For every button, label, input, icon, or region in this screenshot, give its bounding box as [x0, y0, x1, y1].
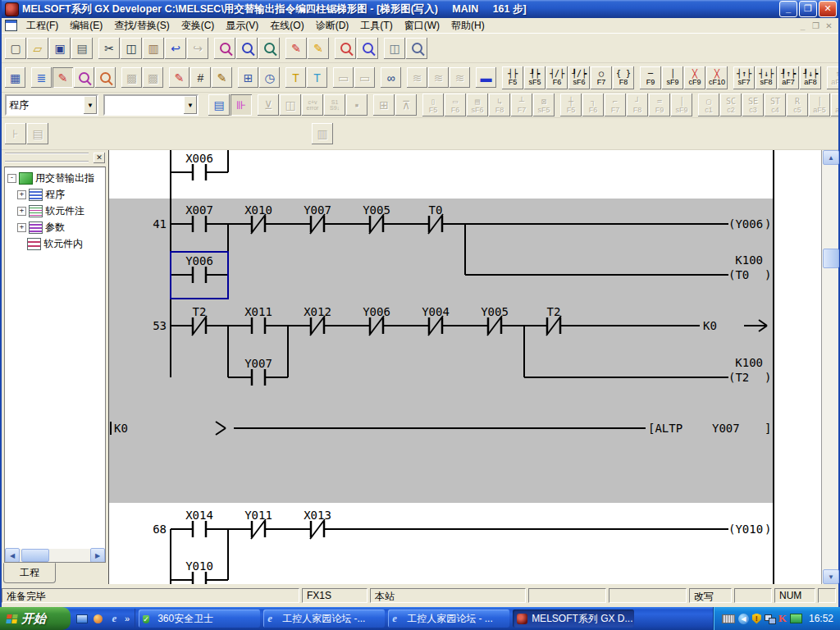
task-melsoft-button[interactable]: MELSOFT系列 GX D... [513, 609, 634, 628]
media-player-icon[interactable] [92, 613, 104, 625]
chevron-down-icon[interactable]: ▼ [84, 96, 97, 114]
clock-setting-button[interactable]: ◷ [259, 67, 280, 88]
menu-编辑[interactable]: 编辑(E) [64, 18, 108, 34]
replace-string-button[interactable]: ✎ [308, 38, 329, 59]
tree-hscrollbar[interactable]: ◀ ▶ [5, 549, 105, 562]
find-string-button[interactable] [258, 38, 280, 59]
copy-button[interactable]: ◫ [121, 38, 142, 59]
child-minimize-icon[interactable]: _ [797, 21, 809, 30]
scroll-thumb[interactable] [823, 249, 839, 268]
scroll-down-icon[interactable]: ▼ [823, 569, 839, 584]
monitor-mode-button[interactable] [74, 67, 94, 88]
ladder-edit-area[interactable]: X00641X007X010Y007Y005T0(Y006)(T0)K100Y0… [108, 150, 822, 584]
paste-button[interactable]: ▥ [143, 38, 164, 59]
comment-display-button[interactable]: ▤ [208, 94, 230, 116]
find-instruction-button[interactable] [236, 38, 258, 59]
ladder-symbol-sF5-button[interactable]: ┦┝sF5 [524, 66, 546, 89]
note-edit-button[interactable]: ✎ [212, 67, 232, 88]
ladder-symbol-cF9-button[interactable]: ╳cF9 [684, 66, 705, 89]
menu-在线[interactable]: 在线(O) [264, 18, 309, 34]
data-type-combo[interactable]: 程序 ▼ [5, 94, 98, 116]
cut-button[interactable]: ✂ [98, 38, 120, 59]
ladder-symbol-sF9-button[interactable]: │sF9 [662, 66, 683, 89]
quick-launch-overflow-icon[interactable]: » [125, 614, 130, 623]
device-memory-button[interactable]: ⊞ [238, 67, 258, 88]
mdi-child-icon[interactable] [5, 20, 17, 31]
restore-button[interactable]: ❐ [799, 1, 817, 17]
list-used-devices-button[interactable] [357, 38, 378, 59]
ladder-symbol-F7-button[interactable]: ○F7 [591, 66, 612, 89]
keyboard-icon[interactable] [722, 614, 735, 623]
ladder-symbol-sF6-button[interactable]: ┦/┝sF6 [568, 66, 590, 89]
expand-icon[interactable]: + [17, 190, 26, 199]
ladder-symbol-F9-button[interactable]: ─F9 [640, 66, 661, 89]
print-button[interactable]: ▤ [71, 38, 93, 59]
minimize-button[interactable]: _ [779, 1, 797, 17]
child-restore-icon[interactable]: ❐ [810, 21, 822, 30]
security-alert-icon[interactable]: ! [752, 614, 761, 624]
remote-run-button[interactable]: T [285, 67, 306, 88]
task-360-safe-button[interactable]: ✓360安全卫士 [139, 609, 260, 628]
read-mode-button[interactable]: ≣ [31, 67, 52, 88]
ladder-symbol-sF8-button[interactable]: ┤↓├sF8 [756, 66, 777, 89]
save-project-button[interactable]: ▣ [49, 38, 71, 59]
tab-project[interactable]: 工程 [3, 563, 56, 583]
write-mode-button[interactable]: ✎ [52, 67, 73, 88]
taskbar-clock[interactable]: 16:52 [809, 613, 833, 624]
messenger-icon[interactable] [790, 614, 802, 623]
menu-变换[interactable]: 变换(C) [176, 18, 221, 34]
ladder-symbol-F6-button[interactable]: ┤/├F6 [546, 66, 568, 89]
comment-edit-button[interactable]: ✎ [169, 67, 189, 88]
chevron-down-icon[interactable]: ▼ [184, 96, 197, 114]
menu-诊断[interactable]: 诊断(D) [310, 18, 355, 34]
panel-grip[interactable] [5, 153, 89, 162]
tree-item-device-comment-icon[interactable]: +软元件注 [5, 203, 105, 219]
monitor-glasses-button[interactable]: ∞ [381, 67, 401, 88]
expand-icon[interactable]: + [17, 207, 26, 216]
ladder-symbol-aF7-button[interactable]: ┦↑┝aF7 [778, 66, 799, 89]
start-button[interactable]: 开始 [0, 607, 71, 630]
ladder-symbol-aF8-button[interactable]: ┦↓┝aF8 [800, 66, 821, 89]
tree-item-parameter-icon[interactable]: +参数 [5, 219, 105, 235]
tree-item-program-icon[interactable]: +程序 [5, 186, 105, 203]
remote-stop-button[interactable]: T [307, 67, 327, 88]
ladder-vscrollbar[interactable]: ▲ ▼ [822, 150, 838, 584]
entry-data-monitor-button[interactable]: ▬ [476, 67, 496, 88]
ladder-symbol-F5-button[interactable]: ┤├F5 [502, 66, 523, 89]
menu-窗口[interactable]: 窗口(W) [399, 18, 445, 34]
monitor-write-mode-button[interactable] [95, 67, 116, 88]
undo-button[interactable]: ↩ [165, 38, 186, 59]
tree-item-device-memory-icon[interactable]: 软元件内 [5, 235, 105, 252]
tree-display-button[interactable]: ⊪ [231, 94, 252, 116]
network-icon[interactable] [765, 614, 775, 623]
scroll-right-icon[interactable]: ▶ [90, 548, 105, 563]
close-button[interactable]: ✕ [819, 1, 837, 17]
internet-explorer-icon[interactable]: e [108, 613, 121, 625]
ladder-logic-test-button[interactable]: ▦ [5, 67, 25, 88]
monitor-find-button[interactable] [406, 38, 427, 59]
menu-帮助[interactable]: 帮助(H) [445, 18, 491, 34]
child-close-icon[interactable]: ✕ [823, 21, 835, 30]
ladder-symbol-F8-button[interactable]: { }F8 [613, 66, 634, 89]
new-project-button[interactable]: ▢ [5, 38, 26, 59]
tree-root-project[interactable]: -用交替输出指 [5, 170, 105, 186]
expand-icon[interactable]: + [17, 223, 26, 232]
scroll-left-icon[interactable]: ◀ [5, 548, 20, 563]
find-device-button[interactable] [214, 38, 235, 59]
menu-显示[interactable]: 显示(V) [220, 18, 264, 34]
block-combo[interactable]: ▼ [103, 94, 199, 116]
ladder-symbol-cF10-button[interactable]: ╳cF10 [706, 66, 728, 89]
open-project-button[interactable]: ▱ [27, 38, 48, 59]
menu-工程[interactable]: 工程(F) [21, 18, 64, 34]
statement-edit-button[interactable]: # [190, 67, 211, 88]
replace-device-button[interactable]: ✎ [285, 38, 307, 59]
menu-工具[interactable]: 工具(T) [354, 18, 398, 34]
panel-close-icon[interactable]: ✕ [94, 153, 105, 163]
scroll-thumb[interactable] [21, 549, 49, 562]
ladder-symbol-sF7-button[interactable]: ┤↑├sF7 [733, 66, 755, 89]
show-desktop-icon[interactable] [75, 613, 88, 625]
kaspersky-icon[interactable]: K [778, 612, 787, 625]
scroll-up-icon[interactable]: ▲ [823, 150, 839, 165]
task-forum-1-button[interactable]: e工控人家园论坛 -... [263, 609, 385, 628]
menu-查找/替换[interactable]: 查找/替换(S) [108, 18, 175, 34]
